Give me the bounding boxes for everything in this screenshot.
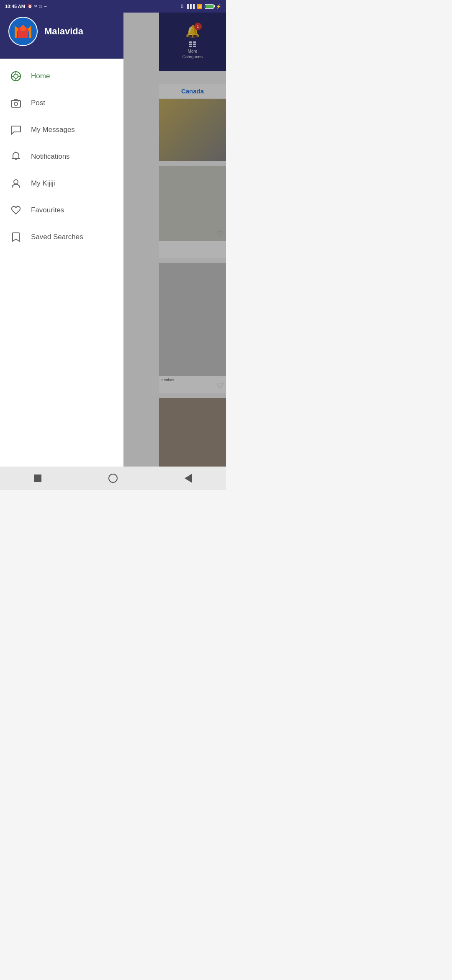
post-label: Post [31,99,45,107]
sidebar-item-notifications[interactable]: Notifications [0,143,123,170]
messages-icon [10,124,22,136]
battery-indicator [205,4,214,9]
nav-back-button[interactable] [178,468,199,489]
wifi-icon: 📶 [197,4,203,9]
sidebar-item-saved-searches[interactable]: Saved Searches [0,224,123,250]
bluetooth-icon: B [180,4,183,9]
app-logo [8,17,38,46]
status-bar-left: 10:45 AM ⏰ ✉ ◎ ··· [5,4,47,9]
sidebar-item-favourites[interactable]: Favourites [0,197,123,224]
notifications-icon [10,151,22,162]
sidebar-item-my-kijiji[interactable]: My Kijiji [0,170,123,197]
back-icon [185,474,192,483]
battery-box [205,4,214,9]
more-icon: ··· [44,4,47,8]
svg-point-11 [18,101,19,102]
nav-home-button[interactable] [103,468,123,489]
sidebar-item-my-messages[interactable]: My Messages [0,116,123,143]
nav-drawer: Malavida Home [0,0,123,490]
gmail-icon: ✉ [34,4,37,8]
camera-icon [10,97,22,109]
sidebar-item-home[interactable]: Home [0,63,123,90]
drawer-menu: Home Post My Messages [0,59,123,490]
sync-icon: ◎ [39,4,42,8]
notifications-label: Notifications [31,152,70,161]
sidebar-item-post[interactable]: Post [0,90,123,116]
logo-svg [14,24,32,39]
recents-icon [34,475,41,482]
heart-icon [10,204,22,216]
nav-bar [0,467,226,490]
bookmark-icon [10,231,22,243]
status-time: 10:45 AM [5,4,25,9]
nav-recents-button[interactable] [27,468,48,489]
my-kijiji-label: My Kijiji [31,179,55,188]
svg-point-14 [14,180,18,184]
my-messages-label: My Messages [31,126,75,134]
signal-icon: ▐▐▐ [186,4,195,9]
home-nav-icon [108,474,118,483]
home-icon [10,70,22,82]
svg-point-4 [14,74,18,78]
status-bar-right: B ▐▐▐ 📶 ⚡ [180,4,221,9]
alarm-icon: ⏰ [28,4,32,8]
status-icons: ⏰ ✉ ◎ ··· [28,4,47,8]
app-name: Malavida [44,26,83,37]
battery-fill [205,5,213,8]
svg-point-10 [14,102,18,106]
saved-searches-label: Saved Searches [31,233,83,241]
favourites-label: Favourites [31,206,64,214]
person-icon [10,178,22,189]
status-bar: 10:45 AM ⏰ ✉ ◎ ··· B ▐▐▐ 📶 ⚡ [0,0,226,13]
charging-icon: ⚡ [216,4,221,9]
home-label: Home [31,72,50,80]
